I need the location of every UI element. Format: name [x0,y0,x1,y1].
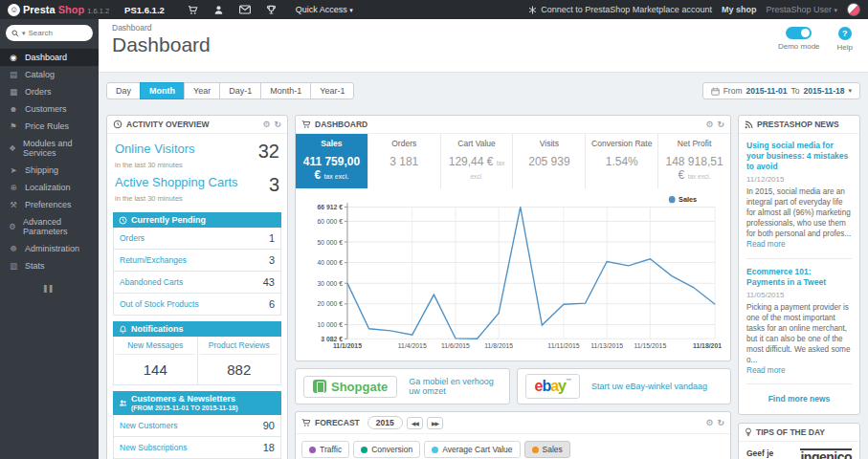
brand-shop: Shop [58,4,85,15]
legend-average-cart-value[interactable]: Average Cart Value [424,441,520,458]
panel-title: DASHBOARD [315,120,367,129]
shopgate-promo[interactable]: Shopgate Ga mobiel en verhoog uw omzet [295,368,510,404]
ebay-promo[interactable]: ebay™ Start uw eBay-winkel vandaag [517,368,732,404]
tab-year-1[interactable]: Year-1 [310,82,354,99]
gear-icon[interactable]: ⚙ [705,419,713,427]
sidebar-item-customers[interactable]: ☻Customers [0,100,99,118]
sidebar-item-administration[interactable]: ☸Administration [0,240,99,257]
product-reviews-stat[interactable]: Product Reviews 882 [197,337,281,384]
tab-day[interactable]: Day [106,82,141,99]
demo-mode-toggle[interactable] [786,27,812,39]
kpi-conversion-rate[interactable]: Conversion Rate 1.54% [585,134,657,188]
sidebar-item-orders[interactable]: ▦Orders [0,83,99,100]
user-avatar[interactable] [847,3,860,16]
panel-title: ACTIVITY OVERVIEW [126,120,210,129]
from-word: From [723,86,743,96]
lightbulb-icon [745,427,752,437]
date-range-button[interactable]: From 2015-11-01 To 2015-11-18 ▾ [702,82,860,99]
messages-icon[interactable] [239,5,251,14]
cart-icon[interactable] [188,5,198,15]
legend-sales[interactable]: Sales [524,441,570,458]
read-more-link[interactable]: Read more [746,366,786,375]
breadcrumb[interactable]: Dashboard [112,23,855,33]
svg-text:60 000 €: 60 000 € [317,218,343,225]
legend-conversion[interactable]: Conversion [353,441,420,458]
sidebar-item-preferences[interactable]: ⚒Preferences [0,196,99,213]
user-menu[interactable]: PrestaShop User ▾ [766,5,837,14]
marketplace-link[interactable]: Connect to PrestaShop Marketplace accoun… [528,5,712,14]
sidebar-item-catalog[interactable]: ▤Catalog [0,66,99,83]
table-row[interactable]: Abandoned Carts43 [113,272,281,294]
cart-icon [301,120,311,129]
shop-name[interactable]: PS1.6.1.2 [124,5,165,15]
sidebar-item-modules[interactable]: ❖Modules and Services [0,135,99,162]
active-carts-sub: in the last 30 minutes [113,194,281,207]
sidebar-item-label: Stats [25,261,45,271]
svg-text:11/13/2015: 11/13/2015 [590,341,623,348]
sidebar-item-price-rules[interactable]: ⚑Price Rules [0,118,99,135]
section-title: Customers & Newsletters [131,394,235,404]
previous-year-button[interactable]: ◀◀ [407,417,423,429]
shopgate-link[interactable]: Ga mobiel en verhoog uw omzet [409,377,501,396]
table-row[interactable]: New Customers90 [113,415,281,437]
tab-year[interactable]: Year [184,82,220,99]
sidebar-item-label: Shipping [25,165,58,175]
ebay-link[interactable]: Start uw eBay-winkel vandaag [591,382,707,391]
sidebar-search[interactable]: ▾ [6,25,93,41]
help-icon[interactable]: ? [838,27,852,40]
refresh-icon[interactable]: ↻ [274,120,281,129]
legend-traffic[interactable]: Traffic [301,441,349,458]
new-messages-stat[interactable]: New Messages 144 [114,337,197,384]
notifications-section: Notifications New Messages 144 Product R… [113,321,281,385]
chevron-down-icon: ▾ [848,87,852,95]
refresh-icon[interactable]: ↻ [717,120,724,129]
read-more-link[interactable]: Read more [746,240,786,249]
trophy-icon[interactable] [266,5,277,15]
sidebar-item-advanced-parameters[interactable]: ⚙Advanced Parameters [0,213,99,240]
news-title-link[interactable]: Ecommerce 101: Payments in a Tweet [746,267,852,288]
table-row[interactable]: Out of Stock Products6 [113,294,281,316]
dashboard-icon: ◉ [9,53,18,62]
tab-month-1[interactable]: Month-1 [260,82,311,99]
kpi-cart-value[interactable]: Cart Value 129,44 € tax excl. [440,134,513,188]
sidebar-item-dashboard[interactable]: ◉Dashboard [0,49,99,66]
sales-line-chart[interactable]: 66 912 €60 000 €50 000 €40 000 €30 000 €… [296,188,730,361]
traffic-dot-icon [309,447,316,453]
news-title-link[interactable]: Using social media for your business: 4 … [746,141,852,172]
quick-access-menu[interactable]: Quick Access ▾ [296,5,353,14]
my-shop-link[interactable]: My shop [722,5,757,14]
sidebar-item-localization[interactable]: ⊕Localization [0,179,99,196]
active-carts-value: 3 [269,175,279,194]
main-area: Dashboard Dashboard Demo mode ? Help Day… [99,19,868,459]
section-title: Notifications [131,324,184,334]
refresh-icon[interactable]: ↻ [717,419,724,427]
kpi-net-profit[interactable]: Net Profit 148 918,51 € tax excl. [657,134,730,188]
customer-icon[interactable] [213,5,224,15]
table-row[interactable]: New Subscriptions18 [113,437,281,459]
brand[interactable]: ☺ PrestaShop 1.6.1.2 [8,4,109,16]
online-visitors-link[interactable]: Online Visitors [115,142,195,156]
chevron-down-icon[interactable]: ▾ [22,30,26,37]
online-visitors-sub: in the last 30 minutes [113,161,281,173]
find-more-news-link[interactable]: Find more news [746,392,852,407]
active-carts-link[interactable]: Active Shopping Carts [115,175,238,189]
gear-icon[interactable]: ⚙ [705,120,713,129]
table-row[interactable]: Return/Exchanges3 [113,250,281,272]
period-tabs: Day Month Year Day-1 Month-1 Year-1 [106,82,354,99]
kpi-sales[interactable]: Sales 411 759,00 € tax excl. [296,134,367,188]
table-row[interactable]: Orders1 [113,228,281,250]
sidebar-item-label: Price Rules [25,121,69,131]
bell-icon [119,325,127,334]
sidebar-item-shipping[interactable]: ➤Shipping [0,162,99,179]
tab-day-1[interactable]: Day-1 [219,82,261,99]
collapse-sidebar-icon[interactable]: ❚❚ [0,274,99,293]
sidebar-item-stats[interactable]: ▥Stats [0,257,99,274]
next-year-button[interactable]: ▶▶ [427,417,443,429]
kpi-orders[interactable]: Orders 3 181 [367,134,440,188]
gear-icon[interactable]: ⚙ [262,120,270,129]
search-input[interactable] [29,29,81,37]
kpi-visits[interactable]: Visits 205 939 [512,134,585,188]
kpi-row: Sales 411 759,00 € tax excl. Orders 3 18… [296,134,730,188]
tab-month[interactable]: Month [140,82,185,99]
currently-pending-section: Currently Pending Orders1 Return/Exchang… [113,212,281,316]
